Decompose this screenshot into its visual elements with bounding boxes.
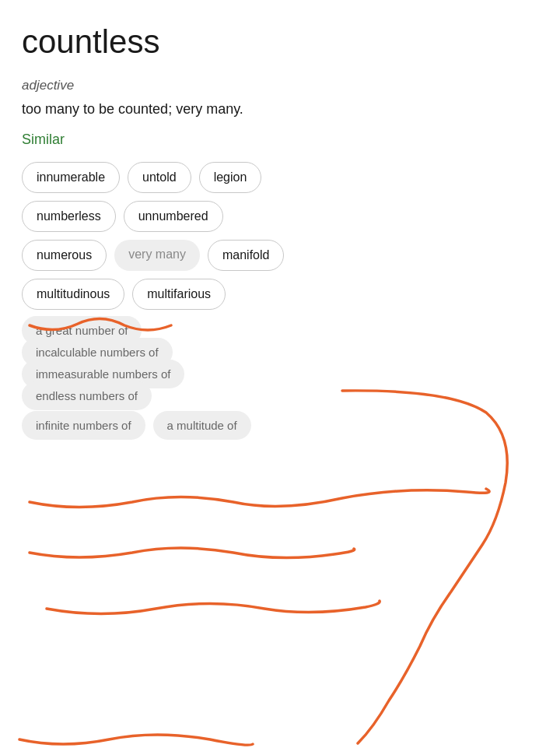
phrase-row-1: a great number of [22, 324, 538, 338]
tag-multifarious[interactable]: multifarious [132, 279, 226, 310]
tag-very-many[interactable]: very many [114, 240, 200, 271]
tag-numerous[interactable]: numerous [22, 240, 107, 271]
tag-innumerable[interactable]: innumerable [22, 162, 120, 193]
tag-unnumbered[interactable]: unnumbered [124, 201, 223, 232]
tag-numberless[interactable]: numberless [22, 201, 116, 232]
similar-label: Similar [22, 132, 538, 148]
tag-infinite[interactable]: infinite numbers of [22, 411, 145, 440]
phrases-section: a great number of incalculable numbers o… [22, 324, 538, 440]
tag-row-3: numerous very many manifold [22, 240, 538, 271]
phrase-row-5: infinite numbers of a multitude of [22, 411, 538, 440]
word-title: countless [22, 23, 538, 61]
phrase-row-4: endless numbers of [22, 389, 538, 403]
tag-legion[interactable]: legion [199, 162, 262, 193]
phrase-row-3: immeasurable numbers of [22, 367, 538, 381]
tag-endless[interactable]: endless numbers of [22, 381, 152, 410]
definition: too many to be counted; very many. [22, 101, 538, 118]
tag-multitudinous[interactable]: multitudinous [22, 279, 124, 310]
tag-row-1: innumerable untold legion [22, 162, 538, 193]
phrase-row-2: incalculable numbers of [22, 346, 538, 360]
tag-manifold[interactable]: manifold [208, 240, 284, 271]
tag-row-4: multitudinous multifarious [22, 279, 538, 310]
tag-row-2: numberless unnumbered [22, 201, 538, 232]
pos-label: adjective [22, 78, 538, 93]
tag-untold[interactable]: untold [128, 162, 191, 193]
tag-multitude[interactable]: a multitude of [153, 411, 251, 440]
